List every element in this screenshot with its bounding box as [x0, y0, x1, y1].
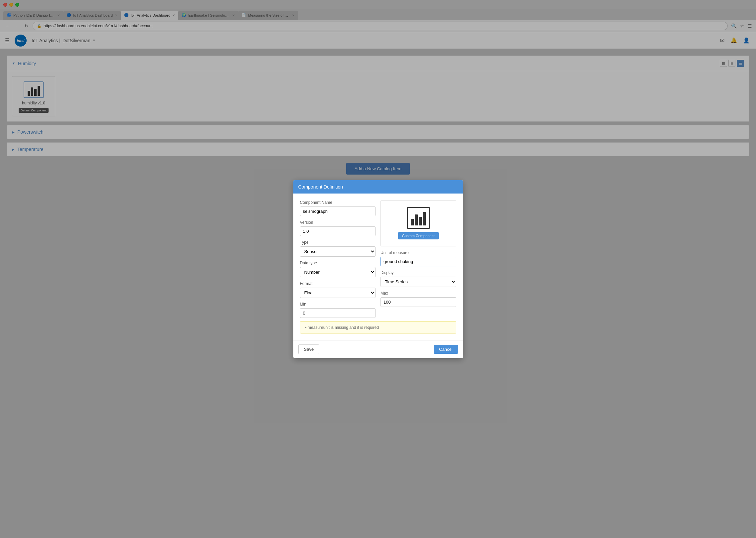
type-select[interactable]: Sensor Actuator [300, 246, 376, 257]
modal-body: Component Name Version Type Senso [293, 194, 463, 340]
min-input[interactable] [300, 308, 376, 318]
form-group-format: Format Float Integer [300, 281, 376, 298]
version-input[interactable] [300, 226, 376, 236]
format-select[interactable]: Float Integer [300, 288, 376, 298]
display-label: Display [380, 270, 456, 275]
cancel-button[interactable]: Cancel [434, 345, 458, 354]
min-label: Min [300, 302, 376, 307]
max-label: Max [380, 291, 456, 296]
component-name-input[interactable] [300, 206, 376, 216]
preview-bar-chart-icon [411, 210, 426, 225]
data-type-label: Data type [300, 261, 376, 265]
form-group-unit: Unit of measure [380, 250, 456, 266]
component-preview: Custom Component [380, 200, 456, 246]
form-group-type: Type Sensor Actuator [300, 240, 376, 257]
modal-grid: Component Name Version Type Senso [300, 200, 456, 318]
preview-icon [407, 207, 430, 229]
main-content: ▼ Humidity ▦ ⊞ ☰ humidity.v1.0 [0, 49, 756, 538]
unit-input[interactable] [380, 257, 456, 266]
form-group-version: Version [300, 220, 376, 236]
modal-overlay: Component Definition Component Name Vers… [0, 0, 756, 538]
form-group-max: Max [380, 291, 456, 307]
type-label: Type [300, 240, 376, 245]
modal-left-col: Component Name Version Type Senso [300, 200, 376, 318]
data-type-select[interactable]: Number String Boolean [300, 267, 376, 277]
component-name-label: Component Name [300, 200, 376, 205]
warning-box: measureunit is missing and it is require… [300, 321, 456, 334]
max-input[interactable] [380, 297, 456, 307]
unit-label: Unit of measure [380, 250, 456, 255]
form-group-component-name: Component Name [300, 200, 376, 216]
component-definition-modal: Component Definition Component Name Vers… [293, 180, 463, 358]
save-button[interactable]: Save [298, 344, 320, 354]
custom-component-button[interactable]: Custom Component [398, 232, 439, 239]
display-select[interactable]: Time Series Raw Data [380, 277, 456, 287]
modal-footer: Save Cancel [293, 340, 463, 358]
modal-right-col: Custom Component Unit of measure Display… [380, 200, 456, 318]
modal-title: Component Definition [298, 184, 343, 190]
form-group-min: Min [300, 302, 376, 318]
warning-message: measureunit is missing and it is require… [305, 325, 379, 330]
form-group-display: Display Time Series Raw Data [380, 270, 456, 287]
form-group-data-type: Data type Number String Boolean [300, 261, 376, 277]
format-label: Format [300, 281, 376, 286]
version-label: Version [300, 220, 376, 225]
modal-header: Component Definition [293, 180, 463, 194]
